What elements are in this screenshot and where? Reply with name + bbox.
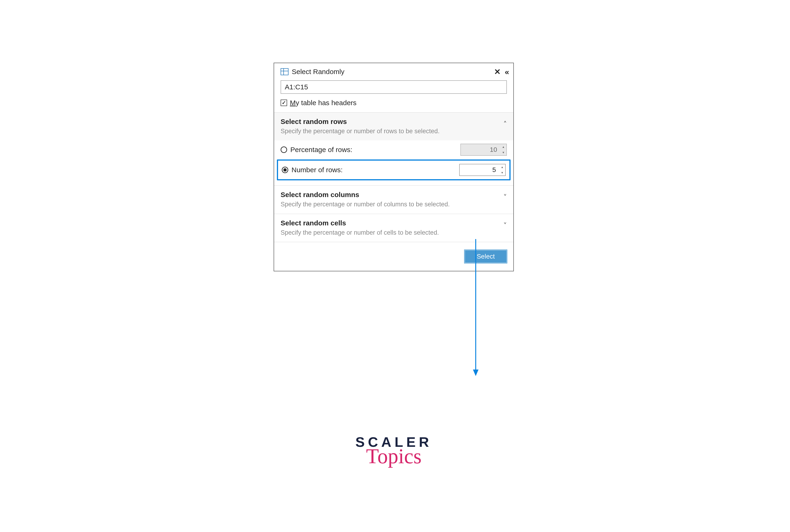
- spin-up-icon[interactable]: ▲: [499, 164, 505, 170]
- number-value[interactable]: 5: [460, 164, 499, 175]
- section-cells-header[interactable]: Select random cells Specify the percenta…: [274, 214, 513, 242]
- section-random-rows: Select random rows Specify the percentag…: [274, 113, 513, 186]
- panel-header: Select Randomly ✕ «: [274, 63, 513, 79]
- grid-icon: [281, 68, 289, 75]
- percentage-value: 10: [461, 144, 500, 155]
- brand-line2: Topics: [355, 446, 432, 467]
- range-row: [274, 79, 513, 97]
- number-of-rows-row[interactable]: Number of rows: 5 ▲▼: [277, 159, 511, 180]
- section-cells-desc: Specify the percentage or number of cell…: [281, 228, 453, 237]
- section-random-columns: Select random columns Specify the percen…: [274, 186, 513, 214]
- section-rows-header[interactable]: Select random rows Specify the percentag…: [274, 113, 513, 140]
- percentage-of-rows-row[interactable]: Percentage of rows: 10 ▲▼: [277, 140, 511, 159]
- section-random-cells: Select random cells Specify the percenta…: [274, 214, 513, 242]
- spin-down-icon[interactable]: ▼: [499, 170, 505, 175]
- headers-checkbox-row[interactable]: My table has headers: [274, 97, 513, 113]
- select-button[interactable]: Select: [464, 250, 507, 263]
- collapse-icon[interactable]: «: [505, 68, 507, 76]
- panel-footer: Select: [274, 242, 513, 271]
- chevron-up-icon[interactable]: ˄: [503, 118, 507, 128]
- percentage-label: Percentage of rows:: [290, 146, 457, 154]
- percentage-spinner: 10 ▲▼: [460, 144, 507, 156]
- headers-checkbox-label: My table has headers: [290, 99, 356, 107]
- number-label: Number of rows:: [292, 166, 456, 174]
- spin-up-icon: ▲: [500, 144, 507, 150]
- range-input[interactable]: [281, 80, 507, 94]
- percentage-spinner-buttons: ▲▼: [500, 144, 507, 155]
- panel-title: Select Randomly: [292, 68, 494, 76]
- number-spinner-buttons[interactable]: ▲▼: [499, 164, 505, 175]
- number-spinner[interactable]: 5 ▲▼: [459, 164, 506, 176]
- radio-percentage[interactable]: [281, 147, 287, 153]
- section-rows-title: Select random rows: [281, 118, 500, 126]
- section-columns-title: Select random columns: [281, 191, 500, 199]
- spin-down-icon: ▼: [500, 150, 507, 155]
- svg-marker-1: [473, 369, 478, 376]
- section-rows-desc: Specify the percentage or number of rows…: [281, 127, 453, 135]
- checkbox-icon[interactable]: [281, 99, 287, 106]
- close-icon[interactable]: ✕: [494, 68, 500, 76]
- header-icons: ✕ «: [494, 68, 507, 76]
- section-columns-desc: Specify the percentage or number of colu…: [281, 200, 453, 208]
- section-cells-title: Select random cells: [281, 219, 500, 227]
- branding-logo: SCALER Topics: [355, 434, 432, 467]
- rows-options: Percentage of rows: 10 ▲▼ Number of rows…: [274, 140, 513, 186]
- chevron-down-icon[interactable]: ˅: [503, 219, 507, 230]
- radio-number[interactable]: [282, 167, 288, 173]
- select-randomly-panel: Select Randomly ✕ « My table has headers…: [274, 63, 514, 271]
- chevron-down-icon[interactable]: ˅: [503, 191, 507, 201]
- section-columns-header[interactable]: Select random columns Specify the percen…: [274, 186, 513, 213]
